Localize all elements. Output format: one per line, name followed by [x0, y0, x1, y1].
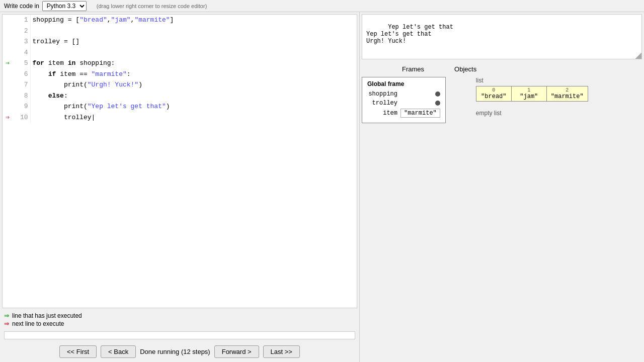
line-indicator-1	[3, 15, 13, 26]
line-num-7: 7	[13, 79, 30, 90]
first-button[interactable]: << First	[59, 345, 97, 358]
right-panel: Yep let's get that Yep let's get that Ur…	[360, 12, 644, 362]
line-content-6[interactable]: if item == "marmite":	[30, 69, 357, 80]
line-indicator-9	[3, 101, 13, 112]
line-indicator-2	[3, 26, 13, 37]
code-line-4: 4	[3, 47, 357, 58]
code-line-3: 3trolley = []	[3, 36, 357, 47]
list-cell-0: 0 "bread"	[476, 86, 512, 101]
controls: << First < Back Done running (12 steps) …	[0, 341, 359, 362]
line-indicator-10: ⇒	[3, 112, 13, 123]
line-indicator-8	[3, 90, 13, 102]
line-num-6: 6	[13, 69, 30, 80]
global-frame: Global frame shopping trolley item "marm…	[362, 77, 446, 123]
forward-button[interactable]: Forward >	[214, 345, 259, 358]
list-index-0: 0	[480, 87, 507, 93]
progress-bar[interactable]	[4, 331, 355, 339]
list-val-0: "bread"	[481, 93, 506, 100]
line-content-3[interactable]: trolley = []	[30, 36, 357, 47]
line-content-7[interactable]: print("Urgh! Yuck!")	[30, 79, 357, 90]
line-content-4[interactable]	[30, 47, 357, 58]
fo-header: Frames Objects	[362, 63, 642, 77]
objects-label: Objects	[454, 65, 476, 73]
line-indicator-3	[3, 36, 13, 47]
code-line-6: 6 if item == "marmite":	[3, 69, 357, 80]
status-text: Done running (12 steps)	[140, 348, 210, 355]
line-indicator-7	[3, 79, 13, 90]
line-indicator-4	[3, 47, 13, 58]
legend-red: ⇒ next line to execute	[4, 320, 355, 327]
main-layout: 1shopping = ["bread","jam","marmite"]23t…	[0, 12, 644, 362]
line-num-10: 10	[13, 112, 30, 123]
line-content-9[interactable]: print("Yep let's get that")	[30, 101, 357, 112]
list-cell-1: 1 "jam"	[512, 86, 547, 101]
cursor: |	[92, 114, 96, 121]
line-indicator-6	[3, 69, 13, 80]
green-legend-text: line that has just executed	[12, 312, 82, 319]
top-bar: Write code in Python 3.3 (drag lower rig…	[0, 0, 644, 12]
language-select[interactable]: Python 3.3	[42, 1, 87, 11]
line-num-4: 4	[13, 47, 30, 58]
empty-list-label: empty list	[476, 110, 642, 117]
list-index-2: 2	[551, 87, 584, 93]
green-arrow-icon: ⇒	[4, 312, 9, 319]
code-line-9: 9 print("Yep let's get that")	[3, 101, 357, 112]
dot-trolley	[435, 101, 440, 106]
arrows-svg	[446, 77, 642, 360]
global-frame-title: Global frame	[367, 80, 440, 87]
line-num-8: 8	[13, 90, 30, 102]
line-indicator-5: ⇒	[3, 58, 13, 69]
list-val-1: "jam"	[520, 93, 538, 100]
line-content-2[interactable]	[30, 26, 357, 37]
frame-row-trolley: trolley	[367, 100, 440, 107]
drag-hint: (drag lower right corner to resize code …	[97, 3, 207, 9]
back-button[interactable]: < Back	[101, 345, 136, 358]
var-shopping: shopping	[367, 90, 397, 98]
line-num-9: 9	[13, 101, 30, 112]
frames-label: Frames	[402, 65, 424, 73]
code-line-1: 1shopping = ["bread","jam","marmite"]	[3, 15, 357, 26]
output-text: Yep let's get that Yep let's get that Ur…	[366, 24, 453, 45]
language-label: Write code in	[4, 3, 39, 10]
code-line-8: 8 else:	[3, 90, 357, 102]
legend-area: ⇒ line that has just executed ⇒ next lin…	[0, 310, 359, 329]
line-content-1[interactable]: shopping = ["bread","jam","marmite"]	[30, 15, 357, 26]
legend-green: ⇒ line that has just executed	[4, 312, 355, 319]
line-num-3: 3	[13, 36, 30, 47]
list-cell-2: 2 "marmite"	[547, 86, 588, 101]
line-num-5: 5	[13, 58, 30, 69]
list-container: 0 "bread" 1 "jam" 2 "marmite"	[476, 86, 588, 102]
line-content-5[interactable]: for item in shopping:	[30, 58, 357, 69]
code-line-2: 2	[3, 26, 357, 37]
var-trolley: trolley	[367, 100, 397, 107]
code-line-5: ⇒5for item in shopping:	[3, 58, 357, 69]
frame-row-item: item "marmite"	[367, 109, 440, 118]
code-line-10: ⇒10 trolley|	[3, 112, 357, 123]
left-panel: 1shopping = ["bread","jam","marmite"]23t…	[0, 12, 360, 362]
last-button[interactable]: Last >>	[263, 345, 300, 358]
fo-body: Global frame shopping trolley item "marm…	[362, 77, 642, 360]
line-content-10[interactable]: trolley|	[30, 112, 357, 123]
code-table: 1shopping = ["bread","jam","marmite"]23t…	[3, 15, 357, 123]
code-editor[interactable]: 1shopping = ["bread","jam","marmite"]23t…	[2, 14, 357, 308]
frames-objects-panel: Frames Objects Global frame shopping tro…	[360, 61, 644, 362]
exec-arrow-icon: ⇒	[6, 59, 10, 67]
var-item: item	[367, 110, 397, 117]
red-arrow-icon: ⇒	[4, 320, 9, 327]
list-label: list	[476, 77, 642, 84]
output-area: Yep let's get that Yep let's get that Ur…	[362, 14, 642, 59]
line-content-8[interactable]: else:	[30, 90, 357, 102]
resize-handle[interactable]	[635, 53, 641, 59]
red-legend-text: next line to execute	[12, 320, 64, 327]
list-index-1: 1	[516, 87, 542, 93]
code-line-7: 7 print("Urgh! Yuck!")	[3, 79, 357, 90]
next-arrow-icon: ⇒	[6, 114, 10, 121]
list-val-2: "marmite"	[551, 93, 584, 100]
line-num-2: 2	[13, 26, 30, 37]
dot-shopping	[435, 92, 440, 97]
val-item: "marmite"	[400, 109, 440, 118]
objects-area: list 0 "bread" 1 "jam" 2 "marmite"	[446, 77, 642, 360]
frame-row-shopping: shopping	[367, 90, 440, 98]
line-num-1: 1	[13, 15, 30, 26]
